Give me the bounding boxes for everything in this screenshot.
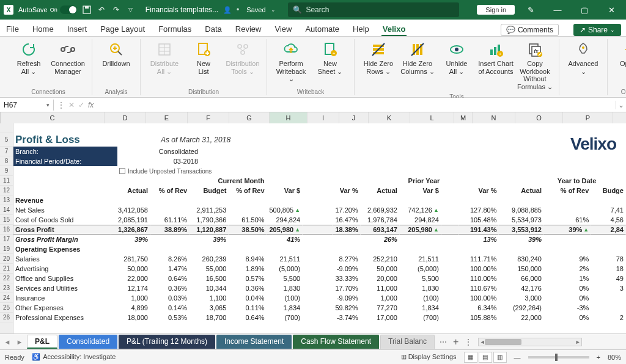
pen-icon[interactable]: ✎	[520, 0, 542, 20]
ribbon-perform-writeback[interactable]: PerformWriteback ⌄	[272, 39, 310, 84]
cancel-formula-icon[interactable]: ✕	[68, 101, 75, 109]
data-cell[interactable]: 1,000	[361, 293, 400, 303]
horizontal-scrollbar[interactable]: ◄ ►	[478, 338, 582, 346]
menu-tab-insert[interactable]: Insert	[66, 22, 89, 36]
row-header[interactable]: 19	[0, 244, 13, 254]
menu-tab-file[interactable]: File	[5, 22, 20, 36]
data-cell[interactable]: 191.43%	[458, 225, 499, 235]
row-header[interactable]: 5	[0, 133, 13, 147]
close-button[interactable]: ✕	[600, 0, 622, 20]
data-cell[interactable]: 100.00%	[458, 293, 499, 303]
data-cell[interactable]: 1.47%	[150, 264, 190, 274]
ribbon-new-sheet[interactable]: +NewSheet ⌄	[311, 39, 349, 84]
data-cell[interactable]: 830,240	[499, 254, 544, 264]
data-cell[interactable]: 18,000	[111, 313, 150, 322]
col-header-I[interactable]: I	[307, 112, 339, 123]
row-header[interactable]: 21	[0, 264, 13, 274]
data-cell[interactable]: 17.20%	[333, 205, 360, 215]
row-header[interactable]: 22	[0, 274, 13, 283]
data-cell[interactable]	[441, 254, 459, 264]
data-cell[interactable]: 61.50%	[229, 215, 267, 225]
menu-tab-help[interactable]: Help	[352, 22, 370, 36]
data-cell[interactable]	[441, 274, 459, 283]
data-cell[interactable]: 78	[591, 254, 626, 264]
row-header[interactable]: 14	[0, 205, 13, 215]
data-cell[interactable]: 39%	[499, 235, 544, 244]
zoom-in-button[interactable]: +	[597, 354, 600, 361]
data-cell[interactable]: 39% ▲	[544, 225, 591, 235]
sheet-tab-consolidated[interactable]: Consolidated	[59, 335, 117, 349]
file-name[interactable]: Financials templates...	[145, 5, 218, 14]
data-cell[interactable]: 77,270	[361, 303, 400, 313]
data-cell[interactable]: 1,790,366	[190, 215, 229, 225]
menu-tab-home[interactable]: Home	[31, 22, 55, 36]
data-cell[interactable]: 18	[591, 264, 626, 274]
row-header[interactable]: 13	[0, 195, 13, 205]
data-cell[interactable]: (5,000)	[267, 264, 303, 274]
data-cell[interactable]	[333, 235, 360, 244]
row-label[interactable]: Services and Utilities	[13, 283, 111, 293]
col-header-J[interactable]: J	[339, 112, 369, 123]
ribbon-new-list[interactable]: NewList	[185, 39, 223, 76]
scroll-right-icon[interactable]: ►	[574, 339, 581, 345]
col-header-P[interactable]: P	[563, 112, 613, 123]
data-cell[interactable]: 110.00%	[458, 274, 499, 283]
data-cell[interactable]: 38.89%	[150, 225, 190, 235]
col-header-G[interactable]: G	[229, 112, 270, 123]
col-header-L[interactable]: L	[410, 112, 454, 123]
col-header-K[interactable]: K	[369, 112, 410, 123]
data-cell[interactable]: 3,412,058	[111, 205, 150, 215]
row-label[interactable]: Revenue	[13, 195, 117, 205]
data-cell[interactable]: 41%	[267, 235, 303, 244]
ribbon-insert-chart-of-accounts[interactable]: +Insert Chartof Accounts	[477, 39, 515, 92]
pagebreak-view-button[interactable]: ▥	[493, 352, 507, 363]
data-cell[interactable]: (100)	[400, 293, 441, 303]
data-cell[interactable]: 8.27%	[333, 254, 360, 264]
data-cell[interactable]: 742,126 ▲	[400, 205, 441, 215]
row-label[interactable]: Net Sales	[13, 205, 111, 215]
data-cell[interactable]: 7,41	[591, 205, 626, 215]
data-cell[interactable]	[303, 205, 333, 215]
ribbon-refresh-all[interactable]: RefreshAll ⌄	[10, 39, 48, 76]
data-cell[interactable]	[441, 283, 459, 293]
data-cell[interactable]: 205,980 ▲	[400, 225, 441, 235]
menu-tab-view[interactable]: View	[273, 22, 293, 36]
data-cell[interactable]: 39%	[111, 235, 150, 244]
col-header-H[interactable]: H	[270, 112, 307, 123]
row-header[interactable]: 11	[0, 176, 13, 186]
data-cell[interactable]	[150, 205, 190, 215]
data-cell[interactable]: 18,700	[190, 313, 229, 322]
data-cell[interactable]	[303, 274, 333, 283]
col-header-E[interactable]: E	[146, 112, 188, 123]
data-cell[interactable]	[303, 215, 333, 225]
data-cell[interactable]: 17,000	[361, 313, 400, 322]
data-cell[interactable]: (292,264)	[499, 303, 544, 313]
data-cell[interactable]	[303, 303, 333, 313]
data-cell[interactable]	[441, 215, 459, 225]
ribbon-distribution-tools[interactable]: DistributionTools ⌄	[224, 39, 262, 76]
data-cell[interactable]: 42,176	[499, 283, 544, 293]
data-cell[interactable]	[303, 254, 333, 264]
data-cell[interactable]: 1,100	[190, 293, 229, 303]
sheet-tab-p-l-trailing-12-months-[interactable]: P&L (Trailing 12 Months)	[119, 335, 215, 349]
data-cell[interactable]: 5,500	[400, 274, 441, 283]
col-header-F[interactable]: F	[188, 112, 229, 123]
data-cell[interactable]	[441, 235, 459, 244]
data-cell[interactable]: 55,000	[190, 264, 229, 274]
data-cell[interactable]: 21,511	[400, 254, 441, 264]
zoom-slider[interactable]	[528, 356, 589, 359]
cells-grid[interactable]: Velixo Profit & LossAs of March 31, 2018…	[13, 123, 626, 333]
data-cell[interactable]: 50,000	[111, 264, 150, 274]
menu-tab-formulas[interactable]: Formulas	[157, 22, 193, 36]
data-cell[interactable]: 294,824	[267, 215, 303, 225]
sheet-tab-cash-flow-statement[interactable]: Cash Flow Statement	[293, 335, 379, 349]
data-cell[interactable]: 1,830	[267, 283, 303, 293]
data-cell[interactable]: 1.89%	[229, 264, 267, 274]
data-cell[interactable]	[303, 225, 333, 235]
data-cell[interactable]: 2,085,191	[111, 215, 150, 225]
data-cell[interactable]: 127.80%	[458, 205, 499, 215]
data-cell[interactable]: 0.57%	[229, 274, 267, 283]
data-cell[interactable]: 0.11%	[229, 303, 267, 313]
data-cell[interactable]: 9%	[544, 254, 591, 264]
tabs-menu-icon[interactable]: ⋮	[465, 338, 472, 346]
